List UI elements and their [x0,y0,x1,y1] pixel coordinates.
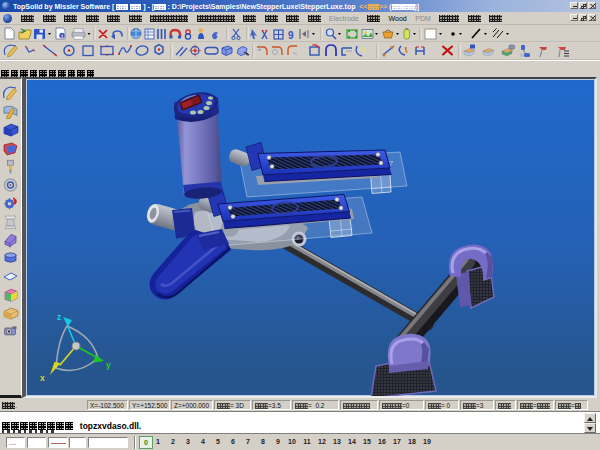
svg-text:z: z [57,312,61,322]
svg-text:x: x [40,373,45,383]
svg-text:y: y [106,360,111,370]
svg-text:9: 9 [288,30,294,41]
svg-text:!: ! [405,46,407,53]
